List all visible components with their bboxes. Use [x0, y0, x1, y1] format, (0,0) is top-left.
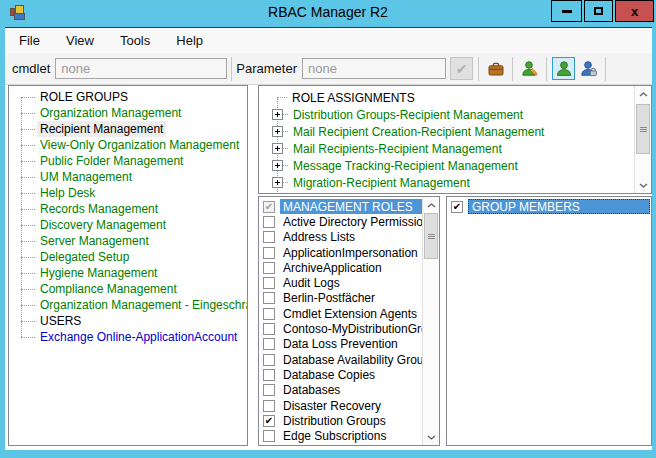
- checklist-item[interactable]: ✔MANAGEMENT ROLES: [259, 199, 422, 214]
- role-assignment-item[interactable]: Distribution Groups-Recipient Management: [259, 106, 634, 123]
- role-assignment-item[interactable]: Move Mailboxes-Recipient Management: [259, 191, 634, 194]
- scroll-up-button[interactable]: [423, 197, 439, 213]
- user-lock-button[interactable]: [577, 57, 600, 80]
- title-bar[interactable]: RBAC Manager R2 x: [0, 0, 656, 27]
- checkbox[interactable]: [263, 369, 275, 381]
- checklist-item[interactable]: Databases: [259, 383, 422, 398]
- cmdlet-input[interactable]: [55, 58, 227, 79]
- toolbar-separator: [546, 57, 547, 81]
- users-button[interactable]: [552, 57, 575, 80]
- tree-item-label: Organization Management: [37, 105, 184, 121]
- menu-tools[interactable]: Tools: [110, 30, 160, 51]
- checkbox[interactable]: [263, 247, 275, 259]
- scroll-up-button[interactable]: [635, 86, 651, 102]
- role-assignment-item[interactable]: Mail Recipient Creation-Recipient Manage…: [259, 123, 634, 140]
- tree-connector: [21, 321, 35, 322]
- checklist-item[interactable]: ✔GROUP MEMBERS: [447, 199, 650, 214]
- tree-item-label: Recipient Management: [37, 121, 166, 137]
- scroll-down-button[interactable]: [423, 429, 439, 445]
- checklist-item[interactable]: Berlin-Postfächer: [259, 291, 422, 306]
- tree-item[interactable]: Server Management: [9, 233, 247, 249]
- maximize-button[interactable]: [584, 0, 613, 22]
- checkbox[interactable]: ✔: [263, 415, 275, 427]
- tree-item[interactable]: Help Desk: [9, 185, 247, 201]
- checkbox[interactable]: ✔: [263, 201, 275, 213]
- toolbar-separator: [478, 57, 479, 81]
- tree-item[interactable]: Delegated Setup: [9, 249, 247, 265]
- expand-plus-icon[interactable]: [272, 143, 283, 154]
- tree-item[interactable]: ROLE GROUPS: [9, 89, 247, 105]
- checkbox[interactable]: [263, 231, 275, 243]
- tree-item[interactable]: Exchange Online-ApplicationAccount: [9, 329, 247, 345]
- user-icon: [555, 60, 573, 78]
- minimize-button[interactable]: [551, 0, 582, 22]
- close-button[interactable]: x: [615, 0, 654, 22]
- checkbox[interactable]: [263, 308, 275, 320]
- tree-item[interactable]: Recipient Management: [9, 121, 247, 137]
- checkbox[interactable]: [263, 384, 275, 396]
- tree-connector: [21, 257, 35, 258]
- user-edit-icon: [521, 60, 539, 78]
- scroll-down-button[interactable]: [635, 177, 651, 193]
- checkbox[interactable]: [263, 292, 275, 304]
- user-lock-icon: [580, 60, 598, 78]
- scrollbar-thumb[interactable]: [424, 213, 438, 259]
- checkbox[interactable]: [263, 400, 275, 412]
- checkbox[interactable]: [263, 323, 275, 335]
- checkbox[interactable]: [263, 354, 275, 366]
- checkbox[interactable]: [263, 430, 275, 442]
- tree-item[interactable]: UM Management: [9, 169, 247, 185]
- role-assignment-item[interactable]: Migration-Recipient Management: [259, 174, 634, 191]
- menu-file[interactable]: File: [9, 30, 50, 51]
- tree-item[interactable]: Organization Management: [9, 105, 247, 121]
- checklist-item[interactable]: Data Loss Prevention: [259, 337, 422, 352]
- checkbox[interactable]: [263, 216, 275, 228]
- expand-plus-icon[interactable]: [272, 160, 283, 171]
- tree-item[interactable]: Records Management: [9, 201, 247, 217]
- tree-item[interactable]: Discovery Management: [9, 217, 247, 233]
- tree-item[interactable]: Compliance Management: [9, 281, 247, 297]
- checklist-item[interactable]: Cmdlet Extension Agents: [259, 306, 422, 321]
- edit-user-button[interactable]: [518, 57, 541, 80]
- expand-plus-icon[interactable]: [272, 126, 283, 137]
- tree-item[interactable]: Hygiene Management: [9, 265, 247, 281]
- management-roles-scrollbar[interactable]: [422, 197, 439, 445]
- tree-item[interactable]: Public Folder Management: [9, 153, 247, 169]
- checklist-item[interactable]: Edge Subscriptions: [259, 428, 422, 443]
- tree-root[interactable]: ROLE ASSIGNMENTS: [259, 89, 634, 106]
- checkbox[interactable]: ✔: [451, 201, 463, 213]
- menu-view[interactable]: View: [56, 30, 104, 51]
- checklist-item[interactable]: ArchiveApplication: [259, 260, 422, 275]
- checklist-item[interactable]: ApplicationImpersonation: [259, 245, 422, 260]
- role-groups-button[interactable]: [484, 57, 507, 80]
- checklist-item[interactable]: ✔Distribution Groups: [259, 413, 422, 428]
- tree-item[interactable]: View-Only Organization Management: [9, 137, 247, 153]
- maximize-icon: [594, 7, 603, 15]
- checklist-item-label: Database Availability Groups: [280, 352, 439, 367]
- tree-item[interactable]: Organization Management - Eingeschränkt: [9, 297, 247, 313]
- role-assignment-item[interactable]: Mail Recipients-Recipient Management: [259, 140, 634, 157]
- checkbox[interactable]: [263, 338, 275, 350]
- menu-help[interactable]: Help: [166, 30, 213, 51]
- apply-check-button[interactable]: ✔: [450, 57, 473, 80]
- checkbox[interactable]: [263, 262, 275, 274]
- role-assignments-scrollbar[interactable]: [634, 86, 651, 193]
- tree-connector: [277, 97, 287, 98]
- checklist-item[interactable]: Audit Logs: [259, 275, 422, 290]
- checkbox[interactable]: [263, 277, 275, 289]
- checklist-item-label: Address Lists: [280, 230, 422, 245]
- checklist-item[interactable]: Database Copies: [259, 367, 422, 382]
- tree-item[interactable]: USERS: [9, 313, 247, 329]
- expand-plus-icon[interactable]: [272, 177, 283, 188]
- checklist-item[interactable]: Database Availability Groups: [259, 352, 422, 367]
- checklist-item-label: GROUP MEMBERS: [468, 199, 650, 214]
- parameter-input[interactable]: [302, 58, 446, 79]
- checklist-item[interactable]: Active Directory Permissions: [259, 214, 422, 229]
- checklist-item[interactable]: Contoso-MyDistributionGroup: [259, 321, 422, 336]
- role-assignment-item[interactable]: Message Tracking-Recipient Management: [259, 157, 634, 174]
- tree-connector: [21, 193, 35, 194]
- expand-plus-icon[interactable]: [272, 109, 283, 120]
- checklist-item[interactable]: Address Lists: [259, 230, 422, 245]
- scrollbar-thumb[interactable]: [636, 104, 650, 154]
- checklist-item[interactable]: Disaster Recovery: [259, 398, 422, 413]
